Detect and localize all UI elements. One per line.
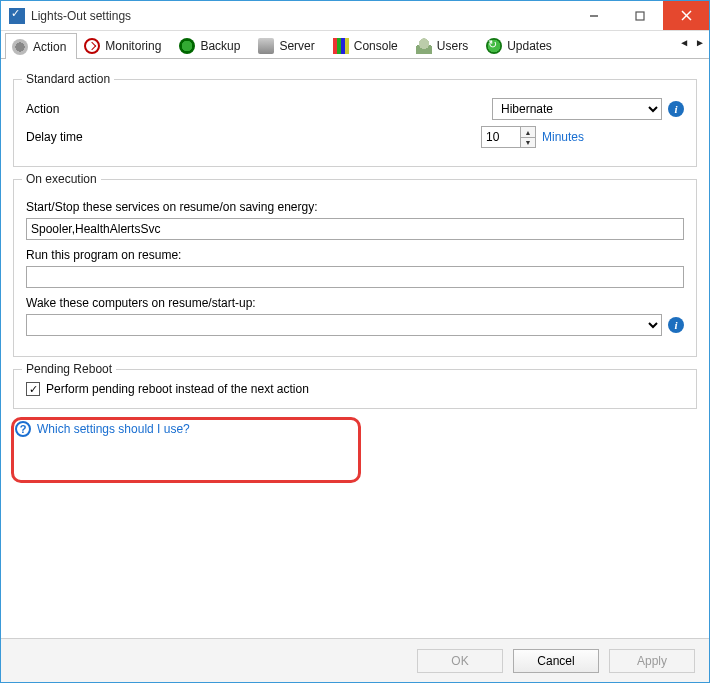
services-input[interactable] [26, 218, 684, 240]
info-icon[interactable]: i [668, 101, 684, 117]
gear-icon [12, 39, 28, 55]
tab-action[interactable]: Action [5, 33, 77, 59]
ok-button[interactable]: OK [417, 649, 503, 673]
tab-label: Server [279, 39, 314, 53]
fieldset-on-execution: On execution Start/Stop these services o… [13, 179, 697, 357]
titlebar: Lights-Out settings [1, 1, 709, 31]
maximize-button[interactable] [617, 1, 663, 30]
tab-server[interactable]: Server [251, 33, 325, 58]
app-icon [9, 8, 25, 24]
info-icon[interactable]: i [668, 317, 684, 333]
legend-standard-action: Standard action [22, 72, 114, 86]
dialog-button-bar: OK Cancel Apply [1, 638, 709, 682]
fieldset-pending-reboot: Pending Reboot ✓ Perform pending reboot … [13, 369, 697, 409]
tab-label: Backup [200, 39, 240, 53]
tab-monitoring[interactable]: Monitoring [77, 33, 172, 58]
tab-console[interactable]: Console [326, 33, 409, 58]
tab-content-action: Standard action Action Hibernate i Delay… [1, 59, 709, 638]
tab-scroll-left[interactable]: ◄ [679, 37, 689, 48]
help-icon: ? [15, 421, 31, 437]
delay-value-input[interactable] [482, 127, 520, 147]
program-input[interactable] [26, 266, 684, 288]
apply-button[interactable]: Apply [609, 649, 695, 673]
updates-icon [486, 38, 502, 54]
legend-on-execution: On execution [22, 172, 101, 186]
tab-label: Monitoring [105, 39, 161, 53]
tab-label: Updates [507, 39, 552, 53]
backup-icon [179, 38, 195, 54]
tab-scroll-arrows: ◄ ► [679, 37, 705, 48]
close-button[interactable] [663, 1, 709, 30]
wake-label: Wake these computers on resume/start-up: [26, 296, 684, 310]
users-icon [416, 38, 432, 54]
close-icon [681, 10, 692, 21]
services-label: Start/Stop these services on resume/on s… [26, 200, 684, 214]
action-label: Action [26, 102, 146, 116]
help-link[interactable]: Which settings should I use? [37, 422, 190, 436]
delay-spinner[interactable]: ▲ ▼ [481, 126, 536, 148]
fieldset-standard-action: Standard action Action Hibernate i Delay… [13, 79, 697, 167]
monitor-icon [84, 38, 100, 54]
legend-pending-reboot: Pending Reboot [22, 362, 116, 376]
tab-label: Users [437, 39, 468, 53]
delay-label: Delay time [26, 130, 146, 144]
tab-label: Console [354, 39, 398, 53]
spinner-up[interactable]: ▲ [521, 127, 535, 137]
tabstrip: Action Monitoring Backup Server Console … [1, 31, 709, 59]
maximize-icon [635, 11, 645, 21]
tab-label: Action [33, 40, 66, 54]
server-icon [258, 38, 274, 54]
console-icon [333, 38, 349, 54]
action-select[interactable]: Hibernate [492, 98, 662, 120]
spinner-down[interactable]: ▼ [521, 137, 535, 147]
tab-users[interactable]: Users [409, 33, 479, 58]
tab-scroll-right[interactable]: ► [695, 37, 705, 48]
window-controls [571, 1, 709, 30]
minimize-button[interactable] [571, 1, 617, 30]
pending-reboot-checkbox-label: Perform pending reboot instead of the ne… [46, 382, 309, 396]
pending-reboot-checkbox[interactable]: ✓ [26, 382, 40, 396]
program-label: Run this program on resume: [26, 248, 684, 262]
svg-rect-1 [636, 12, 644, 20]
tab-updates[interactable]: Updates [479, 33, 563, 58]
window-title: Lights-Out settings [31, 9, 571, 23]
tab-backup[interactable]: Backup [172, 33, 251, 58]
wake-select[interactable] [26, 314, 662, 336]
minimize-icon [589, 11, 599, 21]
delay-unit-link[interactable]: Minutes [542, 130, 662, 144]
cancel-button[interactable]: Cancel [513, 649, 599, 673]
